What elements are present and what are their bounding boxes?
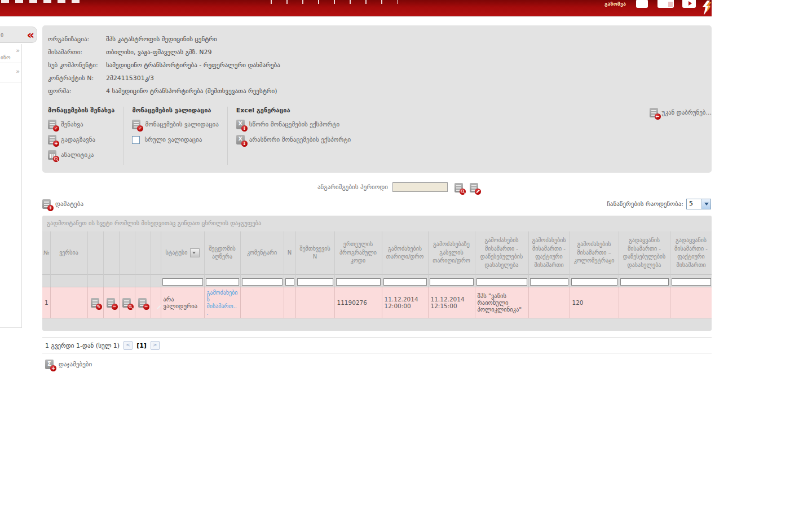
filter-error-input[interactable] — [206, 278, 239, 286]
toolbar-separator — [227, 107, 228, 165]
back-button-label: უკან დაბრუნებ... — [662, 109, 712, 116]
sigma-icon: Σ+ — [45, 360, 54, 369]
col-call-datetime: გამოძახების თარიღი/დრო — [382, 231, 428, 275]
n-cell — [284, 287, 295, 318]
filter-unit-code-input[interactable] — [336, 278, 381, 286]
filter-status-input[interactable] — [162, 278, 203, 286]
chevron-right-icon: » — [16, 47, 20, 54]
document-icon: ✓ — [48, 120, 56, 129]
info-label: ფორმა: — [48, 87, 106, 95]
period-search-button[interactable] — [454, 182, 463, 192]
report-period-label: ანგარიშგების პერიოდი — [317, 183, 388, 191]
filter-dest-fact-input[interactable] — [672, 278, 711, 286]
document-icon: + — [48, 135, 56, 144]
contract-info-section: ორგანიზაცია:შპს კატასტროფის მედიცინის ცე… — [42, 33, 712, 100]
address-value: თბილისი, ვაჟა-ფშაველას გმზ. N29 — [106, 49, 212, 56]
pagination-row: 1 გვერდი 1-დან (სულ 1) < [1] > — [42, 338, 712, 353]
col-call-org: გამოძახების მისამართი - დაწესებულების და… — [475, 231, 528, 275]
analytics-button[interactable]: ანალიტიკა — [48, 150, 114, 160]
edit-row-button[interactable]: ✎ — [87, 287, 103, 318]
add-button-label: დამატება — [55, 200, 83, 208]
status-cell: არა ვალიდურია — [161, 287, 204, 318]
sidebar-item[interactable]: » — [0, 63, 21, 82]
save-button-label: შენახვა — [61, 121, 83, 128]
sidebar-collapse-button[interactable]: « — [27, 29, 33, 41]
subcomponent-value: სამედიცინო ტრანსპორტირება - რეფერალური დ… — [106, 62, 280, 69]
excel-icon: X↓ — [236, 135, 245, 144]
send-button[interactable]: + გადაგზავნა — [48, 134, 114, 145]
messages-icon[interactable] — [657, 0, 674, 8]
col-status: სტატუსი — [161, 231, 204, 275]
sidebar-header-text: ი — [1, 32, 3, 38]
prev-page-button[interactable]: < — [123, 341, 133, 350]
topbar-user-label[interactable]: გაზომვა — [604, 1, 626, 7]
next-page-button[interactable]: > — [151, 341, 160, 350]
remove-row-button[interactable]: − — [103, 287, 119, 318]
filter-n-input[interactable] — [285, 278, 294, 286]
col-action-3 — [119, 231, 135, 275]
error-description-link[interactable]: გამოძახების მისამართ... — [207, 290, 238, 316]
organization-value: შპს კატასტროფის მედიცინის ცენტრი — [106, 36, 217, 43]
minus-badge-icon: − — [112, 304, 118, 310]
deactivate-row-button[interactable]: − — [135, 287, 151, 318]
group-title: Excel გენერაცია — [236, 107, 351, 114]
report-period-input[interactable] — [392, 182, 448, 192]
status-filter-dropdown[interactable] — [190, 248, 200, 257]
brand-zigzag-icon — [701, 1, 712, 16]
validate-data-button[interactable]: ✓ მონაცემების ვალიდაცია — [132, 119, 218, 130]
filter-call-org-input[interactable] — [476, 278, 527, 286]
filter-dest-org-input[interactable] — [620, 278, 669, 286]
logout-icon[interactable] — [682, 0, 696, 8]
summary-button[interactable]: Σ+ დაჯამებები — [42, 360, 712, 369]
validation-group: მონაცემების ვალიდაცია ✓ მონაცემების ვალი… — [132, 107, 218, 150]
chevron-down-icon[interactable] — [701, 199, 710, 209]
clipped-menu-text — [1, 0, 86, 3]
group-title: მონაცემების შენახვა — [48, 107, 114, 114]
period-clear-button[interactable] — [470, 182, 478, 192]
call-org-cell: შპს "ვანის რაიონული პოლიკლინიკა" — [475, 287, 528, 318]
export-valid-data-button[interactable]: X↓ სწორი მონაცემების ექსპორტი — [236, 119, 351, 130]
filter-comment-input[interactable] — [242, 278, 283, 286]
info-label: მისამართი: — [48, 49, 106, 56]
col-error: შეცდომის აღწერა — [204, 231, 240, 275]
top-navigation-bar: გაზომვა — [0, 0, 712, 16]
clear-badge-icon — [475, 189, 481, 195]
km-cell: 120 — [570, 287, 619, 318]
records-count-select[interactable]: 5 — [686, 199, 711, 209]
sidebar-header: ი « — [0, 27, 37, 43]
col-action-4 — [135, 231, 151, 275]
filter-call-km-input[interactable] — [571, 278, 617, 286]
save-button[interactable]: ✓ შენახვა — [48, 119, 114, 130]
document-icon: ✓ — [132, 120, 140, 129]
records-count-label: ჩანაწერების რაოდენობა: — [607, 200, 683, 208]
full-validation-toggle[interactable]: სრული ვალიდაცია — [132, 134, 218, 145]
excel-group: Excel გენერაცია X↓ სწორი მონაცემების ექს… — [236, 107, 351, 150]
user-icon[interactable] — [636, 0, 648, 8]
col-version: ვერსია — [50, 231, 87, 275]
plus-badge-icon: + — [50, 365, 56, 371]
dest-org-cell — [619, 287, 670, 318]
call-datetime-cell: 11.12.2014 12:00:00 — [382, 287, 428, 318]
group-title: მონაცემების ვალიდაცია — [132, 107, 218, 114]
info-label: კონტრაქტის N: — [48, 75, 106, 82]
filter-call-fact-input[interactable] — [530, 278, 568, 286]
col-status-label: სტატუსი — [165, 249, 187, 257]
document-icon — [470, 183, 478, 192]
col-call-km: გამოძახების მისამართი – კოლომეტრაჟი — [570, 231, 619, 275]
full-validation-checkbox[interactable] — [132, 136, 140, 144]
back-button[interactable]: ← უკან დაბრუნებ... — [650, 108, 712, 117]
filter-case-n-input[interactable] — [297, 278, 333, 286]
export-invalid-data-button[interactable]: X↓ არასწორი მონაცემების ექსპორტი — [236, 134, 351, 145]
ban-cell — [151, 287, 161, 318]
chevron-right-icon: » — [16, 68, 20, 75]
col-num: № — [42, 231, 50, 275]
records-count-value: 5 — [687, 199, 701, 209]
filter-call-datetime-input[interactable] — [383, 278, 427, 286]
chart-icon — [48, 150, 56, 160]
filter-depart-datetime-input[interactable] — [430, 278, 474, 286]
sidebar-item[interactable]: » ინო — [0, 44, 21, 63]
view-row-button[interactable] — [119, 287, 135, 318]
add-button[interactable]: + დამატება — [42, 199, 83, 209]
col-call-fact-address: გამოძახების მისამართი - ფაქტიური მისამარ… — [528, 231, 570, 275]
col-action-5 — [151, 231, 161, 275]
